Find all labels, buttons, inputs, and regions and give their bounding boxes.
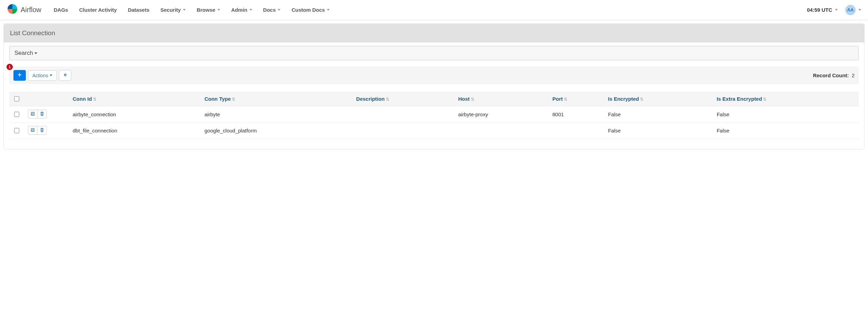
chevron-down-icon — [50, 75, 52, 76]
table-body: airbyte_connectionairbyteairbyte-proxy80… — [9, 106, 859, 139]
chevron-down-icon — [278, 9, 280, 11]
nav-label: Browse — [197, 7, 215, 13]
row-checkbox[interactable] — [14, 112, 19, 117]
sort-icon: ⇅ — [471, 97, 474, 102]
chevron-down-icon — [835, 9, 838, 11]
cell-conn-type: airbyte — [201, 106, 353, 122]
nav-label: Docs — [263, 7, 276, 13]
header-is-encrypted[interactable]: Is Encrypted⇅ — [604, 92, 713, 106]
airflow-logo-icon — [7, 3, 18, 16]
header-label: Port — [552, 96, 563, 102]
nav-label: Custom Docs — [291, 7, 325, 13]
nav-item-browse[interactable]: Browse — [191, 1, 226, 19]
brand-text: Airflow — [21, 6, 41, 14]
navbar: Airflow DAGs Cluster Activity Datasets S… — [0, 0, 868, 20]
nav-item-datasets[interactable]: Datasets — [122, 1, 155, 19]
panel-body: Search 1 Actions Record Count: 2 — [4, 42, 864, 139]
avatar-initials: AA — [847, 7, 854, 12]
sort-icon: ⇅ — [386, 97, 389, 102]
main-panel: List Connection Search 1 Actions Recor — [3, 23, 865, 149]
nav-item-dags[interactable]: DAGs — [48, 1, 74, 19]
edit-button[interactable] — [28, 126, 38, 135]
nav-label: DAGs — [54, 7, 68, 13]
delete-button[interactable] — [37, 126, 47, 135]
header-actions — [24, 92, 69, 106]
arrow-left-icon — [63, 72, 68, 78]
header-is-extra-encrypted[interactable]: Is Extra Encrypted⇅ — [713, 92, 859, 106]
header-label: Conn Id — [73, 96, 92, 102]
nav-label: Security — [161, 7, 181, 13]
nav-item-custom-docs[interactable]: Custom Docs — [286, 1, 335, 19]
edit-icon — [30, 111, 35, 117]
time-dropdown[interactable]: 04:59 UTC — [807, 7, 838, 13]
user-menu[interactable]: AA — [845, 5, 861, 15]
cell-conn-id: dbt_file_connection — [69, 122, 201, 139]
table-row: airbyte_connectionairbyteairbyte-proxy80… — [9, 106, 859, 122]
action-bar: Actions Record Count: 2 — [9, 67, 859, 84]
delete-button[interactable] — [37, 110, 47, 119]
chevron-down-icon — [183, 9, 186, 11]
search-dropdown[interactable]: Search — [9, 46, 859, 60]
cell-is-encrypted: False — [604, 106, 713, 122]
nav-item-cluster-activity[interactable]: Cluster Activity — [74, 1, 122, 19]
page-title: List Connection — [4, 24, 864, 42]
header-label: Is Encrypted — [608, 96, 639, 102]
header-label: Host — [458, 96, 469, 102]
sort-icon: ⇅ — [232, 97, 235, 102]
search-label: Search — [14, 50, 33, 57]
chevron-down-icon — [858, 9, 861, 11]
cell-description — [353, 106, 455, 122]
chevron-down-icon — [34, 52, 37, 54]
select-all-checkbox[interactable] — [14, 96, 19, 101]
cell-host: airbyte-proxy — [455, 106, 549, 122]
trash-icon — [40, 111, 44, 117]
add-button[interactable] — [13, 70, 26, 81]
brand-link[interactable]: Airflow — [7, 3, 41, 16]
sort-icon: ⇅ — [93, 97, 96, 102]
cell-conn-type: google_cloud_platform — [201, 122, 353, 139]
header-host[interactable]: Host⇅ — [455, 92, 549, 106]
connections-table: Conn Id⇅ Conn Type⇅ Description⇅ Host⇅ P… — [9, 92, 859, 139]
action-bar-wrap: 1 Actions Record Count: 2 — [9, 67, 859, 84]
back-button[interactable] — [59, 70, 71, 81]
nav-item-docs[interactable]: Docs — [258, 1, 286, 19]
edit-button[interactable] — [28, 110, 38, 119]
header-select-all — [9, 92, 24, 106]
cell-port: 8001 — [549, 106, 605, 122]
header-port[interactable]: Port⇅ — [549, 92, 605, 106]
cell-is-encrypted: False — [604, 122, 713, 139]
svg-rect-1 — [18, 75, 22, 75]
actions-dropdown[interactable]: Actions — [28, 70, 57, 81]
main-nav: DAGs Cluster Activity Datasets Security … — [48, 1, 807, 19]
nav-item-admin[interactable]: Admin — [226, 1, 258, 19]
header-conn-type[interactable]: Conn Type⇅ — [201, 92, 353, 106]
time-label: 04:59 UTC — [807, 7, 832, 13]
plus-icon — [17, 72, 22, 78]
chevron-down-icon — [217, 9, 220, 11]
sort-icon: ⇅ — [640, 97, 643, 102]
sort-icon: ⇅ — [763, 97, 766, 102]
cell-description — [353, 122, 455, 139]
table-row: dbt_file_connectiongoogle_cloud_platform… — [9, 122, 859, 139]
record-count-value: 2 — [852, 72, 855, 78]
nav-item-security[interactable]: Security — [155, 1, 191, 19]
header-label: Description — [356, 96, 385, 102]
cell-port — [549, 122, 605, 139]
header-description[interactable]: Description⇅ — [353, 92, 455, 106]
chevron-down-icon — [327, 9, 330, 11]
avatar: AA — [845, 5, 856, 15]
header-label: Is Extra Encrypted — [717, 96, 762, 102]
cell-host — [455, 122, 549, 139]
actions-label: Actions — [32, 73, 48, 78]
trash-icon — [40, 128, 44, 133]
row-checkbox[interactable] — [14, 128, 19, 133]
nav-label: Cluster Activity — [79, 7, 117, 13]
cell-is-extra-encrypted: False — [713, 106, 859, 122]
record-count-label: Record Count: — [813, 72, 849, 78]
callout-badge: 1 — [7, 64, 13, 70]
cell-conn-id: airbyte_connection — [69, 106, 201, 122]
header-label: Conn Type — [205, 96, 231, 102]
nav-label: Admin — [231, 7, 247, 13]
header-conn-id[interactable]: Conn Id⇅ — [69, 92, 201, 106]
nav-label: Datasets — [128, 7, 149, 13]
